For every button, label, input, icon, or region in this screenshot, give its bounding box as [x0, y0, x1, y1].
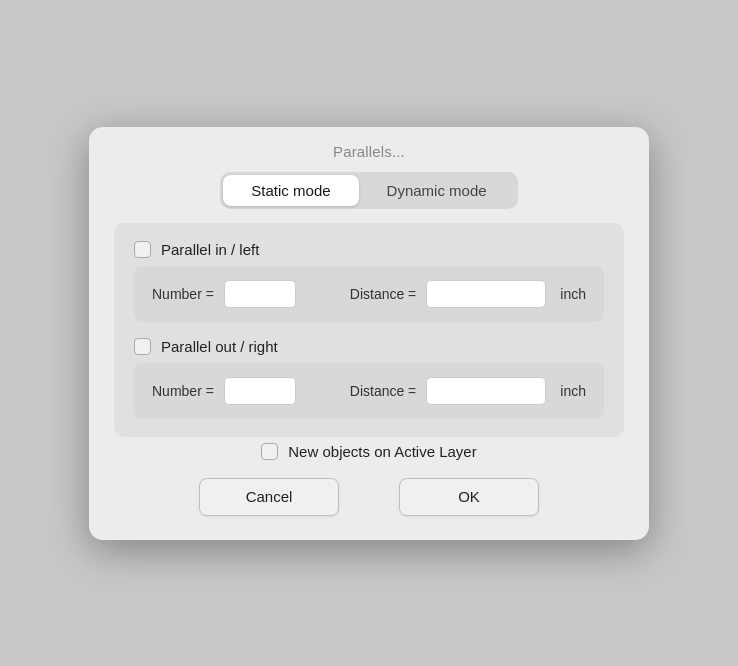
tab-bar: Static mode Dynamic mode [220, 172, 517, 209]
tab-dynamic[interactable]: Dynamic mode [359, 175, 515, 206]
section-parallel-right: Parallel out / right Number = Distance =… [134, 338, 604, 419]
main-content: Parallel in / left Number = Distance = i… [114, 223, 624, 437]
dialog-title: Parallels... [333, 127, 405, 172]
number-label-left: Number = [152, 286, 214, 302]
checkbox-active-layer[interactable] [261, 443, 278, 460]
unit-label-right: inch [560, 383, 586, 399]
section-right-header: Parallel out / right [134, 338, 604, 355]
section-right-label: Parallel out / right [161, 338, 278, 355]
checkbox-parallel-left[interactable] [134, 241, 151, 258]
checkbox-parallel-right[interactable] [134, 338, 151, 355]
distance-input-left[interactable] [426, 280, 546, 308]
distance-label-right: Distance = [350, 383, 417, 399]
section-right-inputs: Number = Distance = inch [134, 363, 604, 419]
number-label-right: Number = [152, 383, 214, 399]
section-left-inputs: Number = Distance = inch [134, 266, 604, 322]
parallels-dialog: Parallels... Static mode Dynamic mode Pa… [89, 127, 649, 540]
number-input-right[interactable] [224, 377, 296, 405]
distance-label-left: Distance = [350, 286, 417, 302]
buttons-row: Cancel OK [89, 478, 649, 516]
active-layer-label: New objects on Active Layer [288, 443, 476, 460]
section-left-header: Parallel in / left [134, 241, 604, 258]
section-parallel-left: Parallel in / left Number = Distance = i… [134, 241, 604, 322]
tab-static[interactable]: Static mode [223, 175, 358, 206]
section-left-label: Parallel in / left [161, 241, 259, 258]
distance-input-right[interactable] [426, 377, 546, 405]
number-input-left[interactable] [224, 280, 296, 308]
active-layer-row: New objects on Active Layer [261, 443, 476, 460]
unit-label-left: inch [560, 286, 586, 302]
cancel-button[interactable]: Cancel [199, 478, 339, 516]
ok-button[interactable]: OK [399, 478, 539, 516]
